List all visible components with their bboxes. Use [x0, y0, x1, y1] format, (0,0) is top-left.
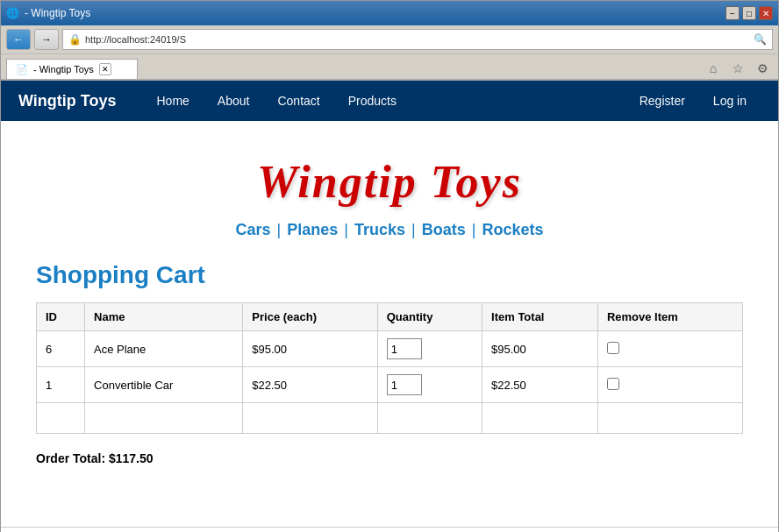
- site-footer: © 2013 - Wingtip Toys: [1, 527, 778, 532]
- tab-favicon: 📄: [16, 64, 28, 75]
- remove-checkbox-2[interactable]: [607, 378, 619, 390]
- cat-trucks[interactable]: Trucks: [354, 221, 405, 238]
- table-row-empty: [37, 403, 743, 434]
- cat-rockets[interactable]: Rockets: [482, 221, 543, 238]
- title-bar-controls: − □ ✕: [725, 6, 773, 20]
- col-remove: Remove Item: [597, 303, 742, 331]
- sep-1: |: [277, 221, 282, 238]
- nav-contact[interactable]: Contact: [263, 83, 333, 118]
- forward-icon: →: [41, 33, 52, 46]
- cell-total-1: $95.00: [482, 331, 598, 367]
- cell-id-1: 6: [37, 331, 85, 367]
- empty-cell-4: [377, 403, 482, 434]
- empty-cell-1: [37, 403, 85, 434]
- nav-about[interactable]: About: [204, 83, 264, 118]
- close-button[interactable]: ✕: [759, 6, 773, 20]
- title-bar-left: 🌐 - Wingtip Toys: [6, 7, 90, 19]
- minimize-button[interactable]: −: [725, 6, 740, 20]
- category-links: Cars | Planes | Trucks | Boats | Rockets: [36, 221, 743, 239]
- cell-qty-2[interactable]: [377, 367, 482, 403]
- cart-heading: Shopping Cart: [36, 261, 743, 289]
- col-price: Price (each): [243, 303, 377, 331]
- sep-3: |: [411, 221, 416, 238]
- window-title: - Wingtip Toys: [25, 7, 90, 19]
- cell-price-1: $95.00: [243, 331, 377, 367]
- nav-home[interactable]: Home: [143, 83, 204, 118]
- table-row: 6 Ace Plane $95.00 $95.00: [37, 331, 743, 367]
- nav-right: Register Log in: [625, 83, 761, 118]
- forward-button[interactable]: →: [34, 29, 59, 50]
- main-content: Wingtip Toys Cars | Planes | Trucks | Bo…: [1, 121, 778, 509]
- nav-links: Home About Contact Products: [143, 83, 411, 118]
- site-title: Wingtip Toys: [36, 156, 743, 208]
- home-icon-button[interactable]: ⌂: [703, 58, 724, 79]
- qty-input-1[interactable]: [387, 338, 422, 359]
- cat-cars[interactable]: Cars: [235, 221, 270, 238]
- lock-icon: 🔒: [68, 33, 82, 46]
- tab-close-button[interactable]: ✕: [99, 63, 111, 75]
- tab-label: - Wingtip Toys: [33, 64, 94, 74]
- back-icon: ←: [13, 33, 24, 46]
- search-icon: 🔍: [754, 33, 767, 46]
- empty-cell-3: [243, 403, 377, 434]
- restore-button[interactable]: □: [742, 6, 756, 20]
- address-bar: ← → 🔒 http://localhost:24019/S 🔍: [1, 25, 778, 54]
- remove-checkbox-1[interactable]: [607, 342, 619, 354]
- window-icon: 🌐: [6, 7, 19, 19]
- cell-id-2: 1: [37, 367, 85, 403]
- toolbar-right: ⌂ ☆ ⚙: [703, 58, 773, 79]
- url-text: http://localhost:24019/S: [85, 34, 750, 45]
- site-brand[interactable]: Wingtip Toys: [18, 92, 117, 110]
- cell-total-2: $22.50: [482, 367, 598, 403]
- site-navbar: Wingtip Toys Home About Contact Products…: [1, 81, 778, 121]
- browser-tab[interactable]: 📄 - Wingtip Toys ✕: [6, 59, 138, 79]
- col-id: ID: [37, 303, 85, 331]
- address-input[interactable]: 🔒 http://localhost:24019/S 🔍: [62, 29, 773, 50]
- browser-window: 🌐 - Wingtip Toys − □ ✕ ← → 🔒 http://loca…: [0, 0, 779, 532]
- back-button[interactable]: ←: [6, 29, 31, 50]
- browser-content: Wingtip Toys Home About Contact Products…: [1, 81, 778, 532]
- settings-icon-button[interactable]: ⚙: [752, 58, 773, 79]
- nav-register[interactable]: Register: [625, 83, 699, 118]
- empty-cell-2: [85, 403, 243, 434]
- cat-boats[interactable]: Boats: [422, 221, 466, 238]
- empty-cell-5: [482, 403, 598, 434]
- tab-bar: 📄 - Wingtip Toys ✕ ⌂ ☆ ⚙: [1, 54, 778, 81]
- cell-qty-1[interactable]: [377, 331, 482, 367]
- col-item-total: Item Total: [482, 303, 598, 331]
- empty-cell-6: [597, 403, 742, 434]
- sep-4: |: [472, 221, 476, 238]
- nav-products[interactable]: Products: [334, 83, 411, 118]
- cell-remove-1[interactable]: [597, 331, 742, 367]
- cell-remove-2[interactable]: [597, 367, 742, 403]
- order-total: Order Total: $117.50: [36, 451, 743, 465]
- cell-name-2: Convertible Car: [85, 367, 243, 403]
- table-header-row: ID Name Price (each) Quantity Item Total…: [37, 303, 743, 331]
- sep-2: |: [344, 221, 348, 238]
- cell-name-1: Ace Plane: [85, 331, 243, 367]
- cell-price-2: $22.50: [243, 367, 377, 403]
- nav-login[interactable]: Log in: [699, 83, 761, 118]
- favorites-icon-button[interactable]: ☆: [727, 58, 748, 79]
- cart-table: ID Name Price (each) Quantity Item Total…: [36, 302, 743, 434]
- col-quantity: Quantity: [377, 303, 482, 331]
- col-name: Name: [85, 303, 243, 331]
- cat-planes[interactable]: Planes: [287, 221, 338, 238]
- qty-input-2[interactable]: [387, 374, 422, 395]
- table-row: 1 Convertible Car $22.50 $22.50: [37, 367, 743, 403]
- title-bar: 🌐 - Wingtip Toys − □ ✕: [1, 1, 778, 25]
